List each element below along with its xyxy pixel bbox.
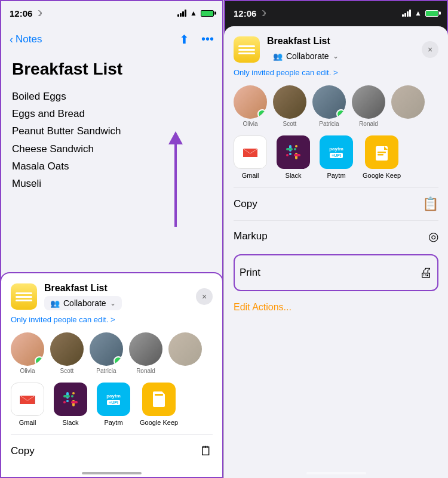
- svg-rect-17: [286, 154, 289, 156]
- note-icon-line: [16, 296, 32, 298]
- left-wifi-icon: ▲: [190, 9, 197, 17]
- list-item: Eggs and Bread: [12, 106, 211, 122]
- contact-item[interactable]: [168, 332, 202, 374]
- invite-link[interactable]: >: [111, 315, 115, 324]
- contact-item[interactable]: Scott: [50, 332, 84, 374]
- contact-item[interactable]: Olivia: [11, 332, 44, 374]
- svg-rect-2: [66, 400, 69, 402]
- right-copy-icon: 📋: [422, 196, 438, 212]
- svg-rect-21: [378, 152, 386, 153]
- right-signal-icon: [402, 10, 411, 17]
- online-badge: [257, 109, 267, 119]
- left-nav-bar: ‹ Notes ⬆ •••: [0, 26, 223, 53]
- app-item-paytm[interactable]: paytm ≡UPI Paytm: [97, 383, 130, 426]
- avatar: [352, 85, 385, 119]
- contact-label: Scott: [273, 121, 306, 127]
- right-app-item-gmail[interactable]: Gmail: [234, 135, 267, 179]
- edit-actions-button[interactable]: Edit Actions...: [234, 294, 438, 321]
- collaborate-button[interactable]: 👥 Collaborate ⌄: [44, 296, 122, 310]
- contact-label: Patricia: [312, 121, 346, 127]
- right-share-sheet: Breakfast List 👥 Collaborate ⌄ × Only in…: [224, 26, 448, 478]
- right-print-icon: 🖨: [419, 265, 432, 280]
- svg-rect-11: [289, 153, 291, 155]
- back-chevron-icon: ‹: [10, 33, 13, 46]
- contact-label: Scott: [50, 368, 84, 374]
- right-app-item-paytm[interactable]: paytm ≡UPI Paytm: [320, 135, 353, 179]
- right-wifi-icon: ▲: [415, 9, 422, 17]
- contact-label: Patricia: [90, 368, 123, 374]
- contact-item[interactable]: Patricia: [312, 85, 346, 127]
- contact-item[interactable]: [391, 85, 425, 127]
- right-collaborate-button[interactable]: 👥 Collaborate ⌄: [267, 49, 345, 63]
- app-label: Google Keep: [140, 419, 178, 426]
- right-app-item-gkeep[interactable]: Google Keep: [363, 135, 401, 179]
- app-item-slack[interactable]: Slack: [54, 383, 87, 426]
- share-icon[interactable]: ⬆: [179, 32, 189, 47]
- gmail-icon: [11, 383, 44, 416]
- right-markup-action[interactable]: Markup ◎: [234, 220, 438, 252]
- contact-item[interactable]: Ronald: [352, 85, 385, 127]
- note-icon-line: [238, 53, 255, 54]
- contact-label: Ronald: [352, 121, 385, 127]
- note-icon-line: [238, 49, 255, 51]
- right-print-action[interactable]: Print 🖨: [240, 257, 432, 289]
- note-app-icon: [11, 283, 37, 310]
- right-invite-text: Only invited people can edit. >: [234, 68, 438, 77]
- right-share-title-section: Breakfast List 👥 Collaborate ⌄: [267, 36, 415, 63]
- app-label: Slack: [63, 419, 79, 426]
- slack-icon: [54, 383, 87, 416]
- contact-item[interactable]: Scott: [273, 85, 306, 127]
- note-icon-line: [16, 292, 32, 294]
- right-markup-icon: ◎: [428, 229, 438, 243]
- right-copy-label: Copy: [234, 198, 257, 210]
- app-item-gmail[interactable]: Gmail: [11, 383, 44, 426]
- copy-action-row[interactable]: Copy 🗒: [11, 434, 213, 467]
- right-share-title: Breakfast List: [267, 36, 415, 47]
- invite-text: Only invited people can edit. >: [11, 315, 213, 324]
- right-print-label: Print: [240, 267, 260, 279]
- back-label: Notes: [16, 33, 42, 45]
- svg-rect-12: [286, 148, 293, 150]
- collaborate-chevron-icon: ⌄: [110, 299, 116, 307]
- close-button[interactable]: ×: [196, 288, 213, 305]
- right-gmail-icon: [234, 135, 267, 169]
- app-label: Slack: [286, 172, 302, 179]
- right-collaborate-label: Collaborate: [286, 51, 329, 61]
- more-icon[interactable]: •••: [201, 32, 214, 47]
- right-copy-action[interactable]: Copy 📋: [234, 187, 438, 220]
- svg-rect-13: [294, 148, 296, 150]
- app-label: Paytm: [327, 172, 345, 179]
- contact-item[interactable]: Ronald: [129, 332, 162, 374]
- left-home-indicator: [82, 472, 142, 474]
- paytm-icon: paytm ≡UPI: [97, 383, 130, 416]
- right-app-item-slack[interactable]: Slack: [277, 135, 310, 179]
- left-signal-icon: [177, 10, 186, 17]
- contact-item[interactable]: Olivia: [234, 85, 267, 127]
- right-note-app-icon: [234, 36, 260, 63]
- right-print-action-container: Print 🖨: [234, 254, 438, 291]
- svg-rect-3: [63, 395, 70, 397]
- left-status-icons: ▲: [177, 9, 214, 17]
- right-close-button[interactable]: ×: [422, 41, 438, 58]
- contact-label: Olivia: [234, 121, 267, 127]
- right-moon-icon: ☽: [259, 9, 266, 18]
- people-icon: 👥: [50, 299, 60, 308]
- left-time: 12:06: [10, 8, 32, 18]
- avatar: [273, 85, 306, 119]
- right-time: 12:06: [234, 8, 256, 18]
- right-invite-link[interactable]: >: [333, 68, 338, 77]
- note-content: Breakfast List Boiled Eggs Eggs and Brea…: [0, 53, 223, 205]
- contact-item[interactable]: Patricia: [90, 332, 123, 374]
- online-badge: [336, 109, 346, 119]
- share-title-section: Breakfast List 👥 Collaborate ⌄: [44, 283, 189, 310]
- right-apps-row: Gmail Slack: [234, 135, 438, 179]
- avatar: [234, 85, 267, 119]
- right-home-indicator: [306, 472, 366, 474]
- back-button[interactable]: ‹ Notes: [10, 33, 42, 46]
- right-status-icons: ▲: [402, 9, 438, 17]
- note-title: Breakfast List: [12, 60, 211, 79]
- svg-rect-8: [63, 401, 66, 403]
- list-item: Boiled Eggs: [12, 88, 211, 104]
- app-item-gkeep[interactable]: Google Keep: [140, 383, 178, 426]
- avatar: [90, 332, 123, 366]
